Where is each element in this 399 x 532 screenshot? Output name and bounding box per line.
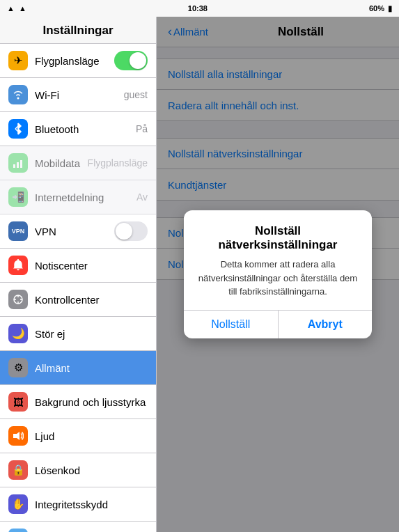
battery-percentage: 60%	[369, 4, 384, 13]
sound-label: Ljud	[35, 430, 148, 442]
sidebar: Inställningar ✈ Flygplansläge Wi-Fi gues…	[0, 17, 157, 532]
cellular-status-icon: ▲	[19, 4, 26, 13]
donotdisturb-label: Stör ej	[35, 328, 148, 340]
general-label: Allmänt	[35, 362, 148, 374]
sidebar-item-donotdisturb[interactable]: 🌙 Stör ej	[0, 317, 156, 351]
airplane-icon: ✈	[8, 51, 28, 70]
status-bar-right: 60% ▮	[369, 4, 392, 13]
hotspot-label: Internetdelning	[35, 191, 134, 203]
main-layout: Inställningar ✈ Flygplansläge Wi-Fi gues…	[0, 17, 399, 532]
sidebar-item-bluetooth[interactable]: Bluetooth På	[0, 112, 156, 146]
dialog-confirm-button[interactable]: Nollställ	[184, 311, 279, 338]
sidebar-title: Inställningar	[0, 17, 156, 44]
sidebar-item-hotspot: 📲 Internetdelning Av	[0, 180, 156, 214]
sidebar-item-vpn[interactable]: VPN VPN	[0, 214, 156, 249]
wifi-value: guest	[124, 89, 148, 100]
wallpaper-label: Bakgrund och ljusstyrka	[35, 396, 148, 408]
dialog: Nollställ nätverksinställningar Detta ko…	[184, 210, 372, 338]
dialog-buttons: Nollställ Avbryt	[184, 310, 372, 338]
svg-rect-3	[13, 164, 15, 168]
dialog-cancel-button[interactable]: Avbryt	[279, 311, 373, 338]
right-panel: ‹ Allmänt Nollställ Nollställ alla instä…	[157, 17, 399, 532]
sidebar-item-sound[interactable]: Ljud	[0, 419, 156, 453]
privacy-icon: ✋	[8, 494, 28, 514]
hotspot-icon: 📲	[8, 187, 28, 207]
cellular-label: Mobildata	[35, 157, 85, 169]
sidebar-item-general[interactable]: ⚙ Allmänt	[0, 351, 156, 385]
airplane-label: Flygplansläge	[35, 55, 111, 67]
general-icon: ⚙	[8, 358, 28, 377]
passcode-label: Lösenkod	[35, 464, 148, 476]
notifications-label: Notiscenter	[35, 260, 148, 272]
dialog-message: Detta kommer att radera alla nätverksins…	[195, 258, 361, 299]
bluetooth-label: Bluetooth	[35, 123, 133, 135]
passcode-icon: 🔒	[8, 460, 28, 480]
bluetooth-value: På	[136, 123, 148, 134]
sidebar-item-wifi[interactable]: Wi-Fi guest	[0, 78, 156, 112]
vpn-icon: VPN	[8, 221, 28, 241]
cellular-value: Flygplansläge	[88, 157, 148, 169]
status-bar-left: ▲ ▲	[7, 4, 26, 13]
bluetooth-icon	[8, 119, 28, 139]
sidebar-item-cellular: Mobildata Flygplansläge	[0, 146, 156, 180]
dialog-content: Nollställ nätverksinställningar Detta ko…	[184, 210, 372, 310]
vpn-toggle[interactable]	[114, 221, 148, 241]
svg-marker-11	[13, 432, 19, 440]
dialog-overlay: Nollställ nätverksinställningar Detta ko…	[157, 17, 399, 532]
dialog-title: Nollställ nätverksinställningar	[195, 224, 361, 252]
cellular-icon	[8, 153, 28, 173]
sidebar-item-passcode[interactable]: 🔒 Lösenkod	[0, 453, 156, 487]
sidebar-item-privacy[interactable]: ✋ Integritetsskydd	[0, 487, 156, 522]
status-bar: ▲ ▲ 10:38 60% ▮	[0, 0, 399, 17]
wifi-status-icon: ▲	[7, 4, 15, 13]
sidebar-item-wallpaper[interactable]: 🖼 Bakgrund och ljusstyrka	[0, 385, 156, 419]
sidebar-item-controlcenter[interactable]: Kontrollcenter	[0, 283, 156, 317]
wallpaper-icon: 🖼	[8, 392, 28, 412]
wifi-label: Wi-Fi	[35, 89, 121, 101]
notifications-icon	[8, 256, 28, 275]
wifi-icon	[8, 85, 28, 104]
icloud-icon: ☁	[8, 529, 28, 532]
sidebar-item-notifications[interactable]: Notiscenter	[0, 249, 156, 283]
donotdisturb-icon: 🌙	[8, 324, 28, 343]
sidebar-item-icloud[interactable]: ☁ iCloud	[0, 522, 156, 532]
controlcenter-icon	[8, 290, 28, 309]
airplane-toggle[interactable]	[114, 51, 148, 70]
controlcenter-label: Kontrollcenter	[35, 294, 148, 306]
sound-icon	[8, 426, 28, 446]
svg-rect-5	[20, 160, 22, 168]
privacy-label: Integritetsskydd	[35, 499, 148, 510]
vpn-label: VPN	[35, 226, 111, 237]
status-bar-time: 10:38	[188, 4, 208, 13]
sidebar-item-airplane[interactable]: ✈ Flygplansläge	[0, 44, 156, 78]
svg-rect-4	[17, 162, 19, 168]
hotspot-value: Av	[136, 191, 148, 203]
battery-icon: ▮	[388, 4, 392, 13]
